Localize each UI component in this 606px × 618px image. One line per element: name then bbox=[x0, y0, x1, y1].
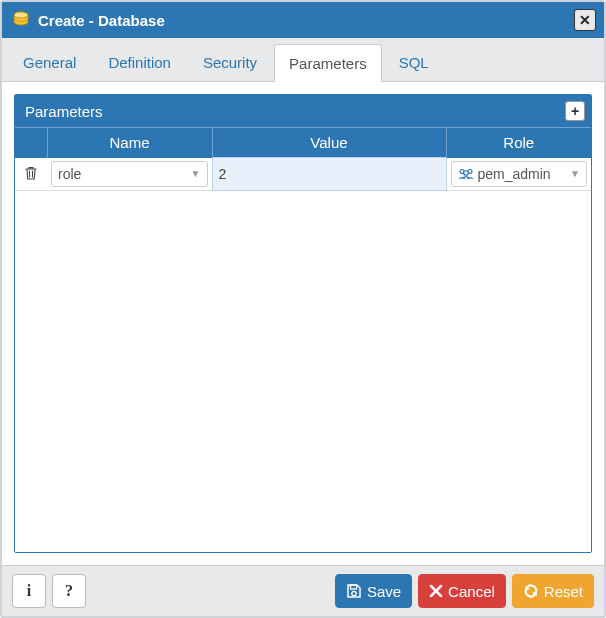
chevron-down-icon: ▼ bbox=[191, 168, 201, 179]
column-header-delete bbox=[15, 128, 47, 158]
parameter-role-value: pem_admin bbox=[478, 166, 571, 182]
table-row: role ▼ 2 bbox=[15, 158, 591, 191]
save-button[interactable]: Save bbox=[335, 574, 412, 608]
window-titlebar: Create - Database ✕ bbox=[2, 2, 604, 38]
parameters-table: Name Value Role bbox=[15, 127, 591, 191]
close-button[interactable]: ✕ bbox=[574, 9, 596, 31]
parameter-value-text: 2 bbox=[219, 166, 227, 182]
save-button-label: Save bbox=[367, 583, 401, 600]
table-header-row: Name Value Role bbox=[15, 128, 591, 158]
cancel-button-label: Cancel bbox=[448, 583, 495, 600]
database-icon bbox=[12, 11, 30, 29]
parameter-value-input[interactable]: 2 bbox=[212, 158, 446, 191]
info-icon: i bbox=[27, 582, 31, 600]
info-button[interactable]: i bbox=[12, 574, 46, 608]
cancel-button[interactable]: Cancel bbox=[418, 574, 506, 608]
cancel-icon bbox=[429, 584, 443, 598]
reset-button[interactable]: Reset bbox=[512, 574, 594, 608]
save-icon bbox=[346, 583, 362, 599]
close-icon: ✕ bbox=[579, 13, 591, 27]
parameters-panel-header: Parameters + bbox=[15, 95, 591, 127]
parameters-panel-title: Parameters bbox=[25, 103, 565, 120]
svg-point-4 bbox=[463, 170, 468, 175]
column-header-value: Value bbox=[212, 128, 446, 158]
tab-row: General Definition Security Parameters S… bbox=[2, 38, 604, 82]
tab-sql[interactable]: SQL bbox=[384, 43, 444, 81]
tab-general[interactable]: General bbox=[8, 43, 91, 81]
tab-security[interactable]: Security bbox=[188, 43, 272, 81]
parameter-name-select[interactable]: role ▼ bbox=[51, 161, 208, 187]
parameter-role-select[interactable]: pem_admin ▼ bbox=[451, 161, 588, 187]
tab-parameters[interactable]: Parameters bbox=[274, 44, 382, 82]
window-title: Create - Database bbox=[38, 12, 574, 29]
trash-icon bbox=[24, 166, 38, 181]
add-parameter-button[interactable]: + bbox=[565, 101, 585, 121]
parameters-panel: Parameters + Name Value Role bbox=[14, 94, 592, 553]
reset-button-label: Reset bbox=[544, 583, 583, 600]
help-button[interactable]: ? bbox=[52, 574, 86, 608]
dialog-footer: i ? Save Cancel Reset bbox=[2, 565, 604, 616]
svg-rect-5 bbox=[350, 585, 356, 589]
chevron-down-icon: ▼ bbox=[570, 168, 580, 179]
reset-icon bbox=[523, 583, 539, 599]
help-icon: ? bbox=[65, 582, 73, 600]
group-role-icon bbox=[458, 168, 474, 180]
plus-icon: + bbox=[571, 104, 579, 118]
svg-point-6 bbox=[352, 591, 356, 595]
content-area: Parameters + Name Value Role bbox=[2, 82, 604, 565]
svg-point-1 bbox=[14, 12, 28, 18]
column-header-name: Name bbox=[47, 128, 212, 158]
column-header-role: Role bbox=[446, 128, 591, 158]
parameters-panel-body: Name Value Role bbox=[15, 127, 591, 552]
parameter-name-value: role bbox=[58, 166, 191, 182]
delete-row-button[interactable] bbox=[19, 166, 43, 181]
tab-definition[interactable]: Definition bbox=[93, 43, 186, 81]
